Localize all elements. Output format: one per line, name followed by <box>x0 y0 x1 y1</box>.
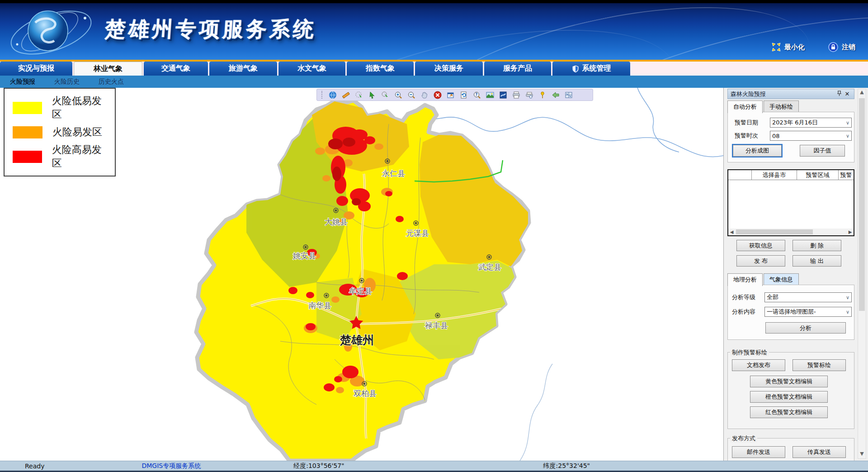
print-preview-icon[interactable] <box>525 91 534 100</box>
status-bar: Ready DMGIS专项服务系统 经度:103°56'57" 纬度:25°32… <box>0 461 868 472</box>
mid-risk-swatch <box>13 126 42 138</box>
warning-table-header: 选择县市 预警区域 预警 <box>728 170 854 180</box>
export-button[interactable]: 输 出 <box>793 255 841 267</box>
main-tabbar: 实况与预报 林业气象 交通气象 旅游气象 水文气象 指数气象 决策服务 服务产品… <box>0 62 868 76</box>
svg-text:永仁县: 永仁县 <box>382 169 405 178</box>
identify-icon[interactable]: ? <box>472 91 481 100</box>
warn-date-select[interactable]: 2023年 6月16日∨ <box>770 118 852 128</box>
pin-icon[interactable] <box>835 91 843 98</box>
low-risk-swatch <box>13 102 42 114</box>
panel-titlebar: 森林火险预报 ✕ <box>727 89 854 99</box>
get-info-button[interactable]: 获取信息 <box>736 240 785 251</box>
yellow-warning-doc-button[interactable]: 黄色预警文档编辑 <box>750 376 828 387</box>
legend-item-low: 火险低易发区 <box>13 94 110 121</box>
tab-manual-plot[interactable]: 手动标绘 <box>764 100 799 113</box>
toolbar-grip[interactable] <box>321 91 323 99</box>
tab-auto-analysis[interactable]: 自动分析 <box>727 100 763 113</box>
map-canvas[interactable]: 永仁县 元谋县 大姚县 姚安县 武定县 南华县 牟定县 禄丰县 双柏县 楚雄州 … <box>0 88 723 461</box>
status-system-link[interactable]: DMGIS专项服务系统 <box>142 462 201 470</box>
subtab-historic-firepoints[interactable]: 历史火点 <box>99 78 124 86</box>
fax-send-button[interactable]: 传真发送 <box>793 446 846 458</box>
image-export-icon[interactable] <box>486 91 495 100</box>
close-icon[interactable]: ✕ <box>843 91 851 97</box>
email-send-button[interactable]: 邮件发送 <box>732 446 785 458</box>
measure-ruler-icon[interactable] <box>341 91 350 100</box>
select-arrow-icon[interactable] <box>368 91 377 100</box>
tab-hydrology-weather[interactable]: 水文气象 <box>278 62 345 76</box>
table-hscrollbar[interactable]: ◀▶ <box>728 229 854 235</box>
analysis-level-select[interactable]: 全部∨ <box>764 292 852 302</box>
print-icon[interactable] <box>512 91 521 100</box>
high-risk-swatch <box>13 151 42 163</box>
warning-table[interactable]: 选择县市 预警区域 预警 ◀▶ <box>727 169 854 236</box>
tab-index-weather[interactable]: 指数气象 <box>347 62 414 76</box>
full-extent-icon[interactable] <box>446 91 455 100</box>
svg-text:牟定县: 牟定县 <box>349 286 372 296</box>
analysis-content-label: 分析内容 <box>732 308 764 316</box>
subtab-fire-history[interactable]: 火险历史 <box>54 78 80 86</box>
svg-text:大姚县: 大姚县 <box>325 217 348 226</box>
pan-hand-icon[interactable] <box>420 91 429 100</box>
publish-group-label: 发布方式 <box>730 434 757 443</box>
select-circle-icon[interactable] <box>381 91 390 100</box>
tab-traffic-weather[interactable]: 交通气象 <box>144 62 208 76</box>
shield-icon <box>572 65 579 73</box>
map-toolbar: ? <box>316 89 593 101</box>
tab-geo-analysis[interactable]: 地理分析 <box>727 273 763 286</box>
stop-icon[interactable] <box>433 91 442 100</box>
tab-tourism-weather[interactable]: 旅游气象 <box>209 62 277 76</box>
plot-group-label: 制作预警标绘 <box>730 348 769 357</box>
warn-plot-button[interactable]: 预警标绘 <box>793 359 846 371</box>
doc-publish-button[interactable]: 文档发布 <box>732 359 785 371</box>
status-longitude: 经度:103°56'57" <box>293 462 344 470</box>
panel-title: 森林火险预报 <box>731 90 835 98</box>
analysis-level-label: 分析等级 <box>732 293 764 301</box>
subtab-fire-forecast[interactable]: 火险预报 <box>10 78 35 86</box>
status-ready: Ready <box>25 462 44 470</box>
minimize-button[interactable]: 最小化 <box>772 43 805 52</box>
tab-service-products[interactable]: 服务产品 <box>484 62 551 76</box>
logout-button[interactable]: 注销 <box>828 42 855 52</box>
legend-item-high: 火险高易发区 <box>13 143 110 170</box>
tab-weather-info[interactable]: 气象信息 <box>764 273 799 286</box>
select-lasso-icon[interactable] <box>354 91 363 100</box>
app-header: 楚雄州专项服务系统 最小化 注销 <box>0 0 868 62</box>
globe-icon[interactable] <box>328 91 337 100</box>
svg-text:元谋县: 元谋县 <box>406 229 429 238</box>
zoom-out-icon[interactable] <box>407 91 416 100</box>
analysis-content-select[interactable]: 一请选择地理图层-∨ <box>764 307 852 317</box>
svg-text:双柏县: 双柏县 <box>354 389 377 398</box>
orange-warning-doc-button[interactable]: 橙色预警文档编辑 <box>750 391 828 403</box>
delete-button[interactable]: 删 除 <box>793 240 841 251</box>
swap-view-icon[interactable] <box>499 91 508 100</box>
column-warning[interactable]: 预警 <box>839 170 854 180</box>
svg-text:禄丰县: 禄丰县 <box>425 321 448 330</box>
tab-decision-service[interactable]: 决策服务 <box>415 62 483 76</box>
column-warning-area[interactable]: 预警区域 <box>797 170 839 180</box>
pushpin-icon[interactable] <box>538 91 547 100</box>
analysis-mode-tabs: 自动分析 手动标绘 <box>727 100 800 113</box>
analysis-info-tabs: 地理分析 气象信息 <box>727 273 800 286</box>
warn-date-label: 预警日期 <box>735 119 770 127</box>
tab-system-management[interactable]: 系统管理 <box>552 62 630 76</box>
warn-time-select[interactable]: 08∨ <box>770 131 852 141</box>
warn-time-label: 预警时次 <box>735 132 770 140</box>
analyze-button[interactable]: 分析 <box>765 322 846 334</box>
tab-forestry-weather[interactable]: 林业气象 <box>74 62 142 76</box>
layout-map-icon[interactable] <box>564 91 573 100</box>
back-arrow-icon[interactable] <box>551 91 560 100</box>
refresh-icon[interactable] <box>459 91 468 100</box>
globe-logo <box>8 5 99 61</box>
panel-vscrollbar[interactable]: ▲ ▼ <box>858 89 866 459</box>
red-warning-doc-button[interactable]: 红色预警文档编辑 <box>750 406 828 418</box>
column-select-county[interactable]: 选择县市 <box>752 170 797 180</box>
tab-live-forecast[interactable]: 实况与预报 <box>0 62 72 76</box>
forest-fire-panel: 森林火险预报 ✕ 自动分析 手动标绘 预警日期 2023年 6月16日∨ 预警时… <box>723 88 868 461</box>
analyze-map-button[interactable]: 分析成图 <box>733 145 782 157</box>
sub-tabbar: 火险预报 火险历史 历史火点 <box>0 76 868 88</box>
factor-value-button[interactable]: 因子值 <box>800 145 845 157</box>
zoom-in-icon[interactable] <box>394 91 403 100</box>
svg-text:武定县: 武定县 <box>478 262 501 272</box>
neighbour-boundary-line <box>520 364 552 461</box>
publish-button[interactable]: 发 布 <box>736 255 785 267</box>
